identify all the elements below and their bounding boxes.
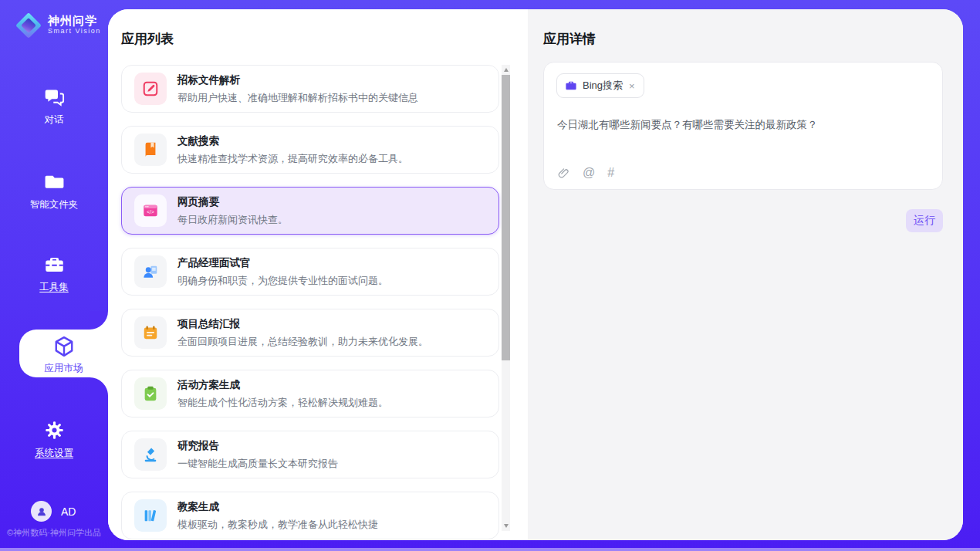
app-name: 教案生成 bbox=[177, 500, 378, 514]
sidebar-item-toolset[interactable]: 工具集 bbox=[0, 254, 108, 294]
app-name: 产品经理面试官 bbox=[177, 256, 388, 270]
books-icon bbox=[134, 499, 167, 532]
sidebar-item-chat[interactable]: 对话 bbox=[0, 86, 108, 127]
tool-chip-label: Bing搜索 bbox=[583, 79, 623, 93]
mention-icon[interactable]: @ bbox=[583, 166, 595, 180]
sidebar-item-smart-folder[interactable]: 智能文件夹 bbox=[0, 171, 108, 211]
app-desc: 模板驱动，教案秒成，教学准备从此轻松快捷 bbox=[177, 518, 378, 532]
gear-icon bbox=[44, 420, 65, 441]
attach-toolbar: @ # bbox=[557, 166, 614, 180]
app-desc: 一键智能生成高质量长文本研究报告 bbox=[177, 457, 338, 471]
query-input[interactable]: 今日湖北有哪些新闻要点？有哪些需要关注的最新政策？ bbox=[557, 118, 930, 132]
briefcase-icon bbox=[565, 79, 577, 92]
sidebar-item-app-market[interactable]: 应用市场 bbox=[19, 330, 108, 377]
tab-fillet-top bbox=[90, 311, 108, 330]
hash-icon[interactable]: # bbox=[607, 166, 614, 180]
sidebar-item-settings[interactable]: 系统设置 bbox=[0, 420, 108, 460]
app-desc: 智能生成个性化活动方案，轻松解决规划难题。 bbox=[177, 396, 388, 410]
run-button[interactable]: 运行 bbox=[906, 209, 943, 232]
copyright-text: ©神州数码·神州问学出品 bbox=[0, 527, 108, 539]
paperclip-icon[interactable] bbox=[557, 167, 570, 180]
user-account[interactable]: AD bbox=[31, 501, 76, 522]
app-detail-title: 应用详情 bbox=[543, 30, 596, 48]
app-name: 文献搜索 bbox=[177, 134, 408, 148]
calendar-icon bbox=[134, 316, 167, 349]
tool-chip-bing-search[interactable]: Bing搜索 × bbox=[556, 73, 644, 98]
app-list-panel: 应用列表 招标文件解析 帮助用户快速、准确地理解和解析招标书中的关键信息 bbox=[108, 9, 528, 540]
app-card-research-report[interactable]: 研究报告 一键智能生成高质量长文本研究报告 bbox=[121, 431, 499, 478]
clipboard-check-icon bbox=[134, 377, 167, 410]
browser-code-icon: </> bbox=[134, 194, 167, 227]
app-desc: 帮助用户快速、准确地理解和解析招标书中的关键信息 bbox=[177, 91, 418, 105]
app-list-title: 应用列表 bbox=[121, 30, 174, 48]
app-name: 招标文件解析 bbox=[177, 73, 418, 87]
sidebar-item-label: 工具集 bbox=[39, 282, 69, 292]
app-desc: 每日政府新闻资讯快查。 bbox=[177, 213, 288, 227]
sidebar: 神州问学 Smart Vision 对话 智能文件夹 工具集 bbox=[0, 0, 108, 551]
app-card-event-plan[interactable]: 活动方案生成 智能生成个性化活动方案，轻松解决规划难题。 bbox=[121, 370, 499, 417]
app-desc: 明确身份和职责，为您提供专业性的面试问题。 bbox=[177, 274, 388, 288]
diamond-logo-icon bbox=[15, 12, 42, 39]
app-card-lesson-plan[interactable]: 教案生成 模板驱动，教案秒成，教学准备从此轻松快捷 bbox=[121, 492, 499, 539]
app-name: 研究报告 bbox=[177, 439, 338, 453]
interviewer-icon bbox=[134, 255, 167, 288]
app-card-project-summary[interactable]: 项目总结汇报 全面回顾项目进展，总结经验教训，助力未来优化发展。 bbox=[121, 309, 499, 357]
user-initials: AD bbox=[61, 505, 76, 518]
app-card-web-summary[interactable]: </> 网页摘要 每日政府新闻资讯快查。 bbox=[121, 187, 499, 235]
app-name: 活动方案生成 bbox=[177, 378, 388, 392]
sidebar-item-label: 对话 bbox=[45, 114, 64, 125]
app-name: 网页摘要 bbox=[177, 195, 288, 209]
person-icon bbox=[35, 505, 48, 518]
cube-icon bbox=[52, 335, 76, 358]
brand-subtitle: Smart Vision bbox=[48, 27, 101, 35]
svg-text:</>: </> bbox=[147, 209, 154, 215]
sidebar-item-label: 应用市场 bbox=[45, 363, 83, 374]
list-scrollbar[interactable] bbox=[502, 65, 510, 531]
app-list: 招标文件解析 帮助用户快速、准确地理解和解析招标书中的关键信息 文献搜索 快速精… bbox=[121, 65, 499, 540]
prompt-card[interactable]: Bing搜索 × 今日湖北有哪些新闻要点？有哪些需要关注的最新政策？ @ # bbox=[543, 62, 943, 190]
book-icon bbox=[134, 134, 167, 166]
pen-square-icon bbox=[134, 73, 167, 105]
app-desc: 全面回顾项目进展，总结经验教训，助力未来优化发展。 bbox=[177, 335, 428, 349]
tab-fillet-bottom bbox=[90, 377, 108, 396]
toolbox-icon bbox=[44, 254, 65, 275]
scrollbar-up-arrow-icon[interactable] bbox=[502, 65, 510, 75]
sidebar-item-label: 系统设置 bbox=[35, 448, 73, 458]
app-card-bid-parsing[interactable]: 招标文件解析 帮助用户快速、准确地理解和解析招标书中的关键信息 bbox=[121, 65, 499, 113]
app-card-literature-search[interactable]: 文献搜索 快速精准查找学术资源，提高研究效率的必备工具。 bbox=[121, 126, 499, 174]
app-card-pm-interviewer[interactable]: 产品经理面试官 明确身份和职责，为您提供专业性的面试问题。 bbox=[121, 248, 499, 296]
scrollbar-thumb[interactable] bbox=[502, 75, 510, 360]
window-bottom-edge bbox=[0, 548, 980, 551]
folder-icon bbox=[44, 171, 65, 192]
close-icon[interactable]: × bbox=[628, 80, 636, 92]
chat-icon bbox=[44, 86, 65, 107]
brand-name: 神州问学 bbox=[48, 14, 101, 27]
scrollbar-down-arrow-icon[interactable] bbox=[502, 521, 510, 531]
main-content: 应用列表 招标文件解析 帮助用户快速、准确地理解和解析招标书中的关键信息 bbox=[108, 9, 963, 540]
microscope-icon bbox=[134, 438, 167, 471]
app-desc: 快速精准查找学术资源，提高研究效率的必备工具。 bbox=[177, 152, 408, 166]
app-detail-panel: 应用详情 Bing搜索 × 今日湖北有哪些新闻要点？有哪些需要关注的最新政策？ … bbox=[528, 9, 963, 540]
app-name: 项目总结汇报 bbox=[177, 317, 428, 331]
brand-logo: 神州问学 Smart Vision bbox=[14, 10, 101, 39]
sidebar-item-label: 智能文件夹 bbox=[30, 199, 79, 210]
avatar bbox=[31, 501, 52, 522]
